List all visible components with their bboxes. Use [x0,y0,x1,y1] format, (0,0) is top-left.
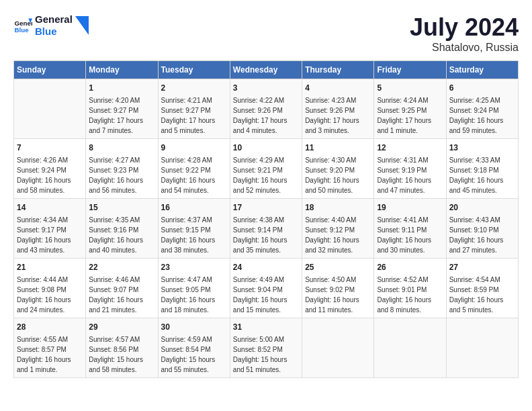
logo: General Blue General Blue [13,13,89,38]
cell-content: Sunrise: 4:23 AM Sunset: 9:26 PM Dayligh… [305,95,371,136]
date-number: 20 [449,201,515,214]
date-number: 1 [89,82,154,94]
cell-content: Sunrise: 4:57 AM Sunset: 8:56 PM Dayligh… [89,334,154,375]
date-number: 6 [449,82,515,94]
calendar-cell: 11Sunrise: 4:30 AM Sunset: 9:20 PM Dayli… [302,139,374,199]
cell-content: Sunrise: 4:52 AM Sunset: 9:01 PM Dayligh… [377,275,443,315]
col-header-saturday: Saturday [446,61,518,79]
week-row: 21Sunrise: 4:44 AM Sunset: 9:08 PM Dayli… [14,259,519,318]
col-header-wednesday: Wednesday [230,61,302,79]
cell-content: Sunrise: 4:20 AM Sunset: 9:27 PM Dayligh… [89,95,154,136]
date-number: 18 [305,201,371,214]
col-header-friday: Friday [374,61,446,79]
calendar-cell: 16Sunrise: 4:37 AM Sunset: 9:15 PM Dayli… [158,199,230,259]
logo-blue: Blue [35,26,73,38]
cell-content: Sunrise: 4:37 AM Sunset: 9:15 PM Dayligh… [161,215,227,255]
svg-text:Blue: Blue [14,26,29,34]
calendar-cell [374,318,446,378]
calendar-cell: 20Sunrise: 4:43 AM Sunset: 9:10 PM Dayli… [446,199,518,259]
date-number: 15 [89,201,154,214]
calendar-cell: 29Sunrise: 4:57 AM Sunset: 8:56 PM Dayli… [86,318,158,378]
calendar-cell: 26Sunrise: 4:52 AM Sunset: 9:01 PM Dayli… [374,259,446,318]
calendar-cell [446,318,518,378]
calendar-cell: 19Sunrise: 4:41 AM Sunset: 9:11 PM Dayli… [374,199,446,259]
calendar-cell: 31Sunrise: 5:00 AM Sunset: 8:52 PM Dayli… [230,318,302,378]
date-number: 7 [17,142,83,154]
cell-content: Sunrise: 4:46 AM Sunset: 9:07 PM Dayligh… [89,275,154,315]
week-row: 28Sunrise: 4:55 AM Sunset: 8:57 PM Dayli… [14,318,519,378]
calendar-cell: 5Sunrise: 4:24 AM Sunset: 9:25 PM Daylig… [374,79,446,139]
cell-content: Sunrise: 4:26 AM Sunset: 9:24 PM Dayligh… [17,155,83,195]
date-number: 27 [449,261,515,273]
date-number: 19 [377,201,443,214]
cell-content: Sunrise: 4:28 AM Sunset: 9:22 PM Dayligh… [161,155,227,195]
col-header-tuesday: Tuesday [158,61,230,79]
date-number: 2 [161,82,227,94]
date-number: 4 [305,82,371,94]
date-number: 5 [377,82,443,94]
calendar-cell: 30Sunrise: 4:59 AM Sunset: 8:54 PM Dayli… [158,318,230,378]
cell-content: Sunrise: 4:30 AM Sunset: 9:20 PM Dayligh… [305,155,371,195]
week-row: 7Sunrise: 4:26 AM Sunset: 9:24 PM Daylig… [14,139,519,199]
date-number: 23 [161,261,227,273]
calendar-cell: 8Sunrise: 4:27 AM Sunset: 9:23 PM Daylig… [86,139,158,199]
date-number: 24 [233,261,299,273]
cell-content: Sunrise: 4:40 AM Sunset: 9:12 PM Dayligh… [305,215,371,255]
date-number: 28 [17,321,83,333]
date-number: 31 [233,321,299,333]
calendar-cell: 7Sunrise: 4:26 AM Sunset: 9:24 PM Daylig… [14,139,86,199]
date-number: 26 [377,261,443,273]
svg-marker-3 [75,16,89,35]
cell-content: Sunrise: 4:22 AM Sunset: 9:26 PM Dayligh… [233,95,299,136]
cell-content: Sunrise: 4:33 AM Sunset: 9:18 PM Dayligh… [449,155,515,195]
date-number: 9 [161,142,227,154]
col-header-sunday: Sunday [14,61,86,79]
calendar-cell: 28Sunrise: 4:55 AM Sunset: 8:57 PM Dayli… [14,318,86,378]
week-row: 1Sunrise: 4:20 AM Sunset: 9:27 PM Daylig… [14,79,519,139]
cell-content: Sunrise: 4:24 AM Sunset: 9:25 PM Dayligh… [377,95,443,136]
logo-arrow-icon [75,16,89,35]
calendar-cell: 6Sunrise: 4:25 AM Sunset: 9:24 PM Daylig… [446,79,518,139]
date-number: 22 [89,261,154,273]
date-number: 25 [305,261,371,273]
calendar-cell: 1Sunrise: 4:20 AM Sunset: 9:27 PM Daylig… [86,79,158,139]
date-number: 21 [17,261,83,273]
date-number: 13 [449,142,515,154]
calendar-cell: 24Sunrise: 4:49 AM Sunset: 9:04 PM Dayli… [230,259,302,318]
cell-content: Sunrise: 4:38 AM Sunset: 9:14 PM Dayligh… [233,215,299,255]
cell-content: Sunrise: 4:21 AM Sunset: 9:27 PM Dayligh… [161,95,227,136]
date-number: 14 [17,201,83,214]
calendar-cell: 2Sunrise: 4:21 AM Sunset: 9:27 PM Daylig… [158,79,230,139]
col-header-thursday: Thursday [302,61,374,79]
date-number: 3 [233,82,299,94]
calendar-cell: 9Sunrise: 4:28 AM Sunset: 9:22 PM Daylig… [158,139,230,199]
week-row: 14Sunrise: 4:34 AM Sunset: 9:17 PM Dayli… [14,199,519,259]
calendar-cell: 13Sunrise: 4:33 AM Sunset: 9:18 PM Dayli… [446,139,518,199]
cell-content: Sunrise: 4:34 AM Sunset: 9:17 PM Dayligh… [17,215,83,255]
title-block: July 2024 Shatalovo, Russia [410,13,519,54]
date-number: 29 [89,321,154,333]
calendar-cell [302,318,374,378]
month-title: July 2024 [410,13,519,42]
cell-content: Sunrise: 4:35 AM Sunset: 9:16 PM Dayligh… [89,215,154,255]
calendar-cell: 23Sunrise: 4:47 AM Sunset: 9:05 PM Dayli… [158,259,230,318]
date-number: 8 [89,142,154,154]
cell-content: Sunrise: 4:47 AM Sunset: 9:05 PM Dayligh… [161,275,227,315]
cell-content: Sunrise: 4:54 AM Sunset: 8:59 PM Dayligh… [449,275,515,315]
cell-content: Sunrise: 4:27 AM Sunset: 9:23 PM Dayligh… [89,155,154,195]
calendar-cell: 3Sunrise: 4:22 AM Sunset: 9:26 PM Daylig… [230,79,302,139]
location-title: Shatalovo, Russia [410,42,519,54]
cell-content: Sunrise: 4:50 AM Sunset: 9:02 PM Dayligh… [305,275,371,315]
logo-icon: General Blue [13,16,32,35]
cell-content: Sunrise: 4:44 AM Sunset: 9:08 PM Dayligh… [17,275,83,315]
page-header: General Blue General Blue July 2024 Shat… [13,13,519,54]
cell-content: Sunrise: 4:43 AM Sunset: 9:10 PM Dayligh… [449,215,515,255]
calendar-cell: 12Sunrise: 4:31 AM Sunset: 9:19 PM Dayli… [374,139,446,199]
calendar-cell [14,79,86,139]
cell-content: Sunrise: 5:00 AM Sunset: 8:52 PM Dayligh… [233,334,299,375]
calendar-table: SundayMondayTuesdayWednesdayThursdayFrid… [13,60,519,378]
col-header-monday: Monday [86,61,158,79]
calendar-cell: 14Sunrise: 4:34 AM Sunset: 9:17 PM Dayli… [14,199,86,259]
cell-content: Sunrise: 4:55 AM Sunset: 8:57 PM Dayligh… [17,334,83,375]
calendar-cell: 10Sunrise: 4:29 AM Sunset: 9:21 PM Dayli… [230,139,302,199]
